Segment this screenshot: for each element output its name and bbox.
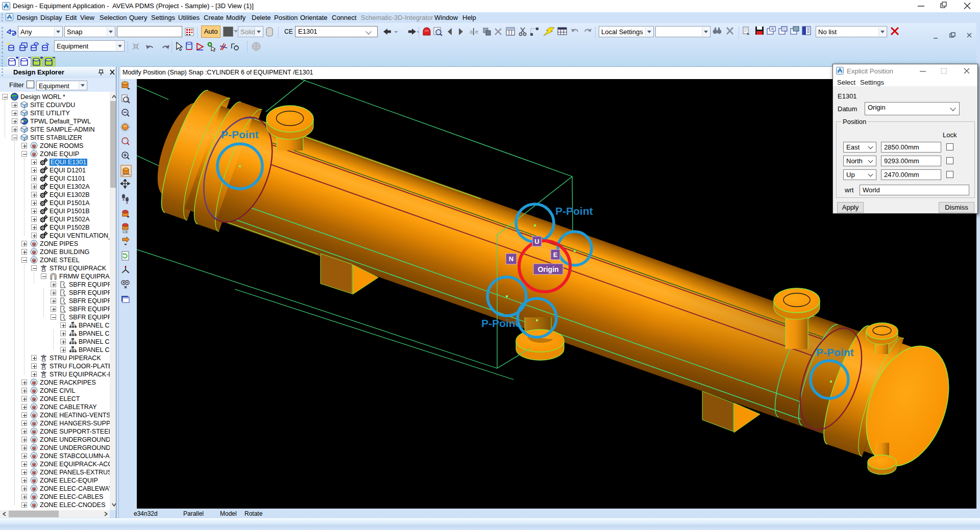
svg-text:CE: CE	[122, 230, 128, 234]
svg-text:P-Point: P-Point	[816, 346, 854, 358]
svg-text:e: e	[475, 29, 478, 35]
svg-text:U: U	[534, 238, 539, 245]
svg-text:Origin: Origin	[537, 265, 558, 273]
svg-text:P-Point: P-Point	[221, 129, 259, 140]
svg-text:N: N	[509, 255, 513, 263]
svg-text:a: a	[470, 29, 473, 35]
svg-text:E: E	[553, 251, 558, 259]
svg-text:P-Point: P-Point	[555, 205, 593, 217]
svg-text:I: I	[231, 42, 233, 50]
svg-text:P-Point: P-Point	[481, 317, 519, 329]
